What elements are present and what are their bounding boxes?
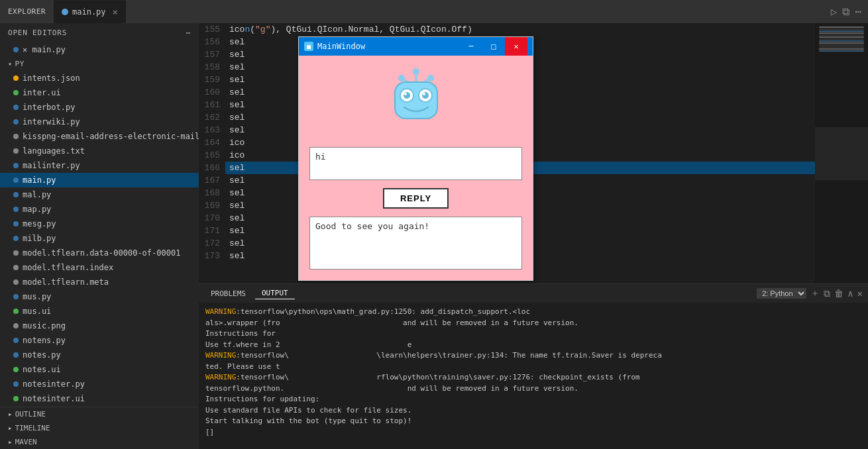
list-item[interactable]: intents.json (0, 71, 199, 85)
minimap-content (815, 23, 868, 55)
list-item[interactable]: model.tflearn.index (0, 260, 199, 275)
list-item[interactable]: mal.py (0, 187, 199, 202)
file-name: notesinter.py (23, 379, 85, 389)
run-icon[interactable]: ▷ (831, 5, 838, 18)
list-item[interactable]: notesinter.ui (0, 391, 199, 406)
file-name: mal.py (23, 190, 51, 199)
terminal-line: Instructions for updating: (205, 394, 861, 405)
sidebar: OPEN EDITORS ⋯ ✕ main.py ▾ PY intents.js… (0, 23, 199, 449)
file-list: intents.json inter.ui interbot.py interw… (0, 71, 199, 407)
arrow-icon: ▸ (8, 424, 13, 432)
ui-dot (13, 309, 19, 314)
layout-icon[interactable]: ⧉ (842, 5, 849, 18)
file-name: languages.txt (23, 146, 85, 156)
svg-point-2 (398, 75, 405, 81)
terminal-selector[interactable]: 2: Python (757, 288, 806, 299)
response-text: Good to see you again! (315, 221, 429, 231)
py-dot (13, 221, 19, 226)
list-item-active[interactable]: main.py (0, 173, 199, 187)
top-actions: ▷ ⧉ ⋯ (824, 5, 868, 18)
problems-tab[interactable]: PROBLEMS (204, 288, 252, 299)
file-name: mailinter.py (23, 161, 80, 170)
maximize-button[interactable]: □ (482, 37, 505, 56)
svg-point-12 (423, 93, 425, 95)
open-file-label: ✕ main.py (23, 45, 66, 54)
open-file-main[interactable]: ✕ main.py (0, 42, 199, 57)
list-item[interactable]: notesinter.py (0, 377, 199, 391)
list-item[interactable]: milb.py (0, 231, 199, 246)
chat-response: Good to see you again! (309, 217, 522, 270)
ellipsis-icon[interactable]: ⋯ (186, 28, 191, 37)
line-numbers: 155 156 157 158 159 160 161 162 163 164 … (199, 23, 225, 283)
minimize-button[interactable]: ─ (460, 37, 482, 56)
outline-label: OUTLINE (15, 410, 46, 419)
maven-section[interactable]: ▸ MAVEN (0, 435, 199, 449)
minimap-thumb[interactable] (815, 127, 868, 180)
main-tab[interactable]: main.py × (54, 0, 126, 23)
py-dot (13, 119, 19, 125)
list-item[interactable]: mus.py (0, 289, 199, 304)
sidebar-bottom: ▸ OUTLINE ▸ TIMELINE ▸ MAVEN (0, 407, 199, 449)
list-item[interactable]: model.tflearn.meta (0, 275, 199, 289)
sidebar-header-actions: ⋯ (186, 28, 191, 37)
py-dot (13, 207, 19, 212)
chat-input[interactable]: hi (309, 147, 522, 180)
outline-section[interactable]: ▸ OUTLINE (0, 407, 199, 421)
py-dot (13, 163, 19, 168)
robot-image (376, 66, 456, 139)
file-name: inter.ui (23, 88, 61, 97)
mini-line (819, 26, 864, 28)
py-dot (13, 381, 19, 387)
file-name: notes.ui (23, 365, 61, 374)
arrow-icon: ▾ (8, 60, 13, 68)
trash-icon[interactable]: 🗑 (834, 288, 843, 299)
close-button[interactable]: ✕ (505, 37, 527, 56)
more-icon[interactable]: ⋯ (855, 5, 861, 18)
py-dot (13, 338, 19, 343)
list-item[interactable]: music.png (0, 319, 199, 333)
svg-point-11 (404, 93, 407, 95)
window-title: MainWindow (317, 42, 456, 51)
py-dot (13, 105, 19, 110)
list-item[interactable]: mailinter.py (0, 158, 199, 173)
svg-point-1 (413, 68, 419, 75)
list-item[interactable]: model.tflearn.data-00000-of-00001 (0, 246, 199, 260)
list-item[interactable]: notens.py (0, 333, 199, 348)
close-icon[interactable]: ✕ (857, 288, 863, 299)
terminal-prompt: [] (205, 427, 861, 438)
list-item[interactable]: inter.ui (0, 85, 199, 100)
terminal-area: PROBLEMS OUTPUT 2: Python ＋ ⧉ 🗑 ∧ ✕ WARN… (199, 283, 868, 449)
chevron-up-icon[interactable]: ∧ (847, 288, 853, 299)
list-item[interactable]: mus.ui (0, 304, 199, 319)
split-icon[interactable]: ⧉ (824, 288, 830, 299)
output-tab[interactable]: OUTPUT (255, 287, 295, 299)
mini-line (819, 50, 864, 52)
list-item[interactable]: interbot.py (0, 100, 199, 115)
reply-button[interactable]: REPLY (383, 188, 449, 209)
json-dot (13, 75, 19, 81)
list-item[interactable]: notes.py (0, 348, 199, 362)
tab-label: main.py (72, 7, 106, 17)
py-section-label: PY (15, 60, 25, 68)
list-item[interactable]: languages.txt (0, 144, 199, 158)
list-item[interactable]: mesg.py (0, 217, 199, 231)
terminal-line: Use tf.where in 2 e (205, 340, 861, 351)
timeline-section[interactable]: ▸ TIMELINE (0, 421, 199, 435)
list-item[interactable]: notes.ui (0, 362, 199, 377)
ui-dot (13, 367, 19, 372)
ui-dot (13, 90, 19, 95)
py-dot (13, 47, 19, 52)
list-item[interactable]: kisspng-email-address-electronic-mailin … (0, 129, 199, 144)
sidebar-header: OPEN EDITORS ⋯ (0, 23, 199, 42)
terminal-line: Use standard file APIs to check for file… (205, 405, 861, 417)
tab-close[interactable]: × (113, 7, 118, 17)
chat-input-text: hi (315, 152, 326, 162)
mini-line (819, 30, 864, 32)
list-item[interactable]: interwiki.py (0, 115, 199, 129)
plus-icon[interactable]: ＋ (810, 287, 820, 299)
window-controls: ─ □ ✕ (460, 37, 527, 56)
file-name: interbot.py (23, 103, 75, 112)
list-item[interactable]: map.py (0, 202, 199, 217)
file-name: music.png (23, 321, 66, 330)
py-section: ▾ PY (0, 57, 199, 71)
